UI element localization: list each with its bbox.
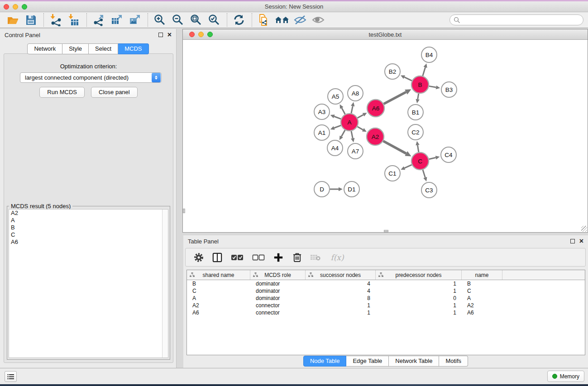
refresh-icon[interactable] <box>232 13 246 27</box>
memory-button[interactable]: Memory <box>547 371 584 382</box>
deselect-all-icon[interactable] <box>251 251 266 264</box>
graph-node-D1[interactable]: D1 <box>344 181 359 197</box>
table-tab-edge-table[interactable]: Edge Table <box>346 356 389 367</box>
edge-A-A3[interactable] <box>334 116 341 119</box>
edge-A-A5[interactable] <box>342 108 345 114</box>
mcds-result-list[interactable]: A2ABCA6 <box>9 209 168 358</box>
save-session-icon[interactable] <box>24 13 38 27</box>
edge-A-A4[interactable] <box>341 130 345 136</box>
graph-node-C[interactable]: C <box>411 152 429 170</box>
search-box[interactable] <box>449 14 583 25</box>
select-all-icon[interactable] <box>230 251 244 264</box>
graph-node-A2[interactable]: A2 <box>367 128 384 145</box>
result-item[interactable]: C <box>9 231 168 238</box>
search-input[interactable] <box>463 17 579 23</box>
edge-B-B4[interactable] <box>423 67 425 76</box>
task-history-button[interactable] <box>5 371 17 382</box>
float-panel-icon[interactable] <box>158 33 163 37</box>
graph-node-A[interactable]: A <box>341 114 358 131</box>
table-tab-motifs[interactable]: Motifs <box>439 356 468 367</box>
close-panel-icon[interactable]: × <box>167 33 172 37</box>
column-header-successor-nodes[interactable]: successor nodes <box>306 270 376 280</box>
edge-B-B3[interactable] <box>429 86 436 87</box>
export-image-icon[interactable] <box>128 13 142 27</box>
table-row[interactable]: Adominator80A <box>187 295 585 302</box>
column-header-shared-name[interactable]: shared name <box>187 270 250 280</box>
split-columns-icon[interactable] <box>211 251 223 264</box>
table-tab-node-table[interactable]: Node Table <box>303 356 347 367</box>
graph-node-A8[interactable]: A8 <box>348 86 363 101</box>
float-table-panel-icon[interactable] <box>570 239 575 243</box>
delete-column-icon[interactable] <box>310 251 321 264</box>
column-header-MCDS-role[interactable]: MCDS role <box>250 270 306 280</box>
tab-style[interactable]: Style <box>62 43 89 54</box>
graph-node-B2[interactable]: B2 <box>385 64 400 79</box>
criterion-select[interactable]: largest connected component (directed) <box>20 72 162 83</box>
graph-node-A4[interactable]: A4 <box>327 140 343 156</box>
table-row[interactable]: Bdominator41B <box>187 280 585 287</box>
delete-icon[interactable] <box>291 251 303 264</box>
export-network-icon[interactable] <box>91 13 106 27</box>
graph-node-C2[interactable]: C2 <box>408 124 423 140</box>
graph-node-A1[interactable]: A1 <box>314 125 330 140</box>
table-row[interactable]: Cdominator41C <box>187 287 585 295</box>
graph-node-C4[interactable]: C4 <box>441 147 456 162</box>
network-graph[interactable]: B4B2BB3A8A5A6A3B1AA1C2A2A4A7C4CC1C3DD1 <box>183 40 588 232</box>
edge-B-B2[interactable] <box>404 77 412 81</box>
table-tab-network-table[interactable]: Network Table <box>389 356 439 367</box>
hide-graphics-details-icon[interactable] <box>293 13 307 27</box>
table-row[interactable]: A6connector11A6 <box>187 309 585 316</box>
edge-C-C1[interactable] <box>405 165 412 168</box>
graph-node-A6[interactable]: A6 <box>367 100 384 117</box>
zoom-fit-icon[interactable] <box>189 13 203 27</box>
edge-A-A7[interactable] <box>351 131 353 138</box>
edge-B-B1[interactable] <box>418 94 419 100</box>
graph-node-A5[interactable]: A5 <box>328 89 343 104</box>
add-row-icon[interactable] <box>272 251 284 264</box>
edge-C-C3[interactable] <box>423 170 425 177</box>
edge-A-A1[interactable] <box>334 125 341 128</box>
result-item[interactable]: A2 <box>9 210 168 217</box>
edge-A-A6[interactable] <box>358 115 363 118</box>
import-network-icon[interactable] <box>48 13 63 27</box>
column-header-predecessor-nodes[interactable]: predecessor nodes <box>376 270 462 280</box>
zoom-selected-icon[interactable] <box>207 13 221 27</box>
tab-network[interactable]: Network <box>27 43 62 54</box>
edge-C-C2[interactable] <box>417 145 418 152</box>
export-table-icon[interactable] <box>110 13 124 27</box>
import-table-icon[interactable] <box>67 13 81 27</box>
result-item[interactable]: A6 <box>9 238 168 246</box>
edge-A2-C[interactable] <box>383 141 406 154</box>
resize-grip[interactable] <box>581 226 587 232</box>
graph-node-D[interactable]: D <box>314 181 330 197</box>
birdseye-view-icon[interactable] <box>311 13 325 27</box>
tab-select[interactable]: Select <box>89 43 118 54</box>
edge-A-A8[interactable] <box>351 106 353 113</box>
result-item[interactable]: B <box>9 224 168 231</box>
graph-node-C3[interactable]: C3 <box>421 182 437 198</box>
close-table-panel-icon[interactable]: × <box>579 239 583 243</box>
tab-mcds[interactable]: MCDS <box>118 43 148 54</box>
vertical-scrollbar-thumb[interactable] <box>183 209 185 213</box>
graph-node-B[interactable]: B <box>411 76 429 93</box>
graph-node-C1[interactable]: C1 <box>385 166 400 181</box>
zoom-out-icon[interactable] <box>171 13 185 27</box>
graph-node-B4[interactable]: B4 <box>421 47 437 62</box>
edge-A-A2[interactable] <box>357 127 363 130</box>
table-row[interactable]: A2connector11A2 <box>187 302 585 309</box>
result-list-scrollbar[interactable] <box>162 210 168 357</box>
home-icon[interactable] <box>275 13 289 27</box>
column-header-name[interactable]: name <box>462 270 502 280</box>
result-item[interactable]: A <box>9 217 168 224</box>
close-panel-button[interactable]: Close panel <box>91 87 138 98</box>
network-canvas[interactable]: B4B2BB3A8A5A6A3B1AA1C2A2A4A7C4CC1C3DD1 <box>183 40 588 232</box>
graph-node-A7[interactable]: A7 <box>348 143 363 159</box>
graph-node-A3[interactable]: A3 <box>314 104 330 119</box>
function-builder-icon[interactable]: f(x) <box>328 251 346 264</box>
graph-node-B3[interactable]: B3 <box>441 82 457 97</box>
edge-C-C4[interactable] <box>429 157 436 159</box>
table-settings-icon[interactable] <box>193 251 205 264</box>
network-file-icon[interactable] <box>257 13 271 27</box>
open-session-icon[interactable] <box>5 13 20 27</box>
edge-A6-B[interactable] <box>384 92 406 104</box>
